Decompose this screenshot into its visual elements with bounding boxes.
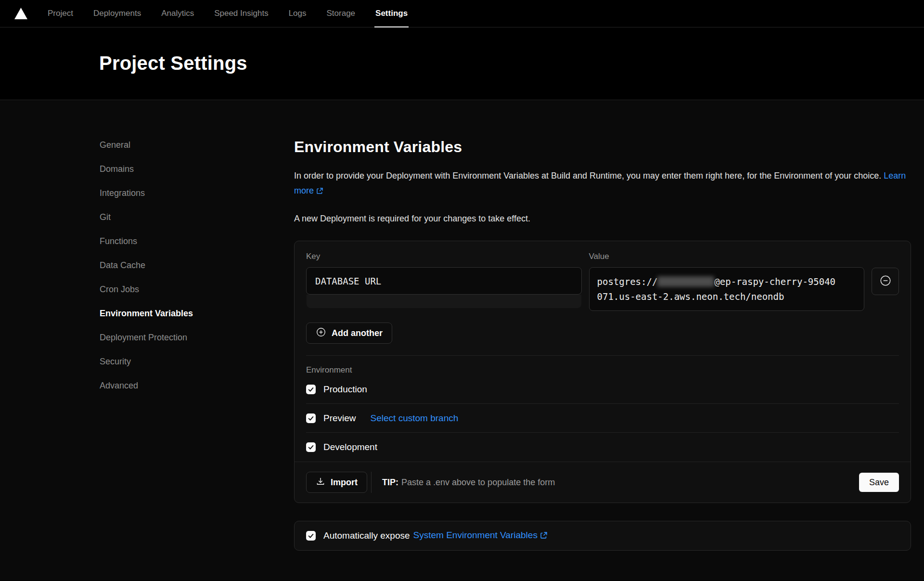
environment-section: Environment Production Preview Select cu… bbox=[306, 355, 899, 462]
circle-plus-icon bbox=[316, 327, 326, 340]
section-heading: Environment Variables bbox=[294, 138, 911, 156]
redeploy-note: A new Deployment is required for your ch… bbox=[294, 214, 911, 224]
preview-checkbox[interactable] bbox=[306, 413, 316, 423]
sidebar-item-environment-variables[interactable]: Environment Variables bbox=[100, 301, 294, 325]
auto-expose-text: Automatically expose bbox=[323, 530, 410, 541]
key-label: Key bbox=[306, 252, 582, 261]
nav-item-storage[interactable]: Storage bbox=[327, 0, 356, 27]
redacted-credentials bbox=[657, 276, 714, 287]
auto-expose-checkbox[interactable] bbox=[306, 531, 316, 541]
save-button[interactable]: Save bbox=[859, 473, 899, 492]
value-text: 071.us-east-2.aws.neon.tech/neondb bbox=[597, 291, 784, 302]
nav-item-logs[interactable]: Logs bbox=[289, 0, 307, 27]
env-row-label: Production bbox=[323, 384, 367, 395]
sidebar-item-cron-jobs[interactable]: Cron Jobs bbox=[100, 277, 294, 301]
sidebar-item-general[interactable]: General bbox=[100, 133, 294, 157]
nav-item-settings[interactable]: Settings bbox=[375, 0, 408, 27]
sidebar-item-security[interactable]: Security bbox=[100, 349, 294, 374]
sidebar-item-git[interactable]: Git bbox=[100, 205, 294, 229]
value-input[interactable]: postgres://@ep-raspy-cherry-95040071.us-… bbox=[589, 267, 865, 311]
nav-item-project[interactable]: Project bbox=[48, 0, 73, 27]
import-label: Import bbox=[331, 478, 358, 488]
sidebar-item-integrations[interactable]: Integrations bbox=[100, 181, 294, 205]
select-custom-branch-link[interactable]: Select custom branch bbox=[371, 413, 459, 424]
sidebar-item-advanced[interactable]: Advanced bbox=[100, 374, 294, 398]
env-row-development: Development bbox=[306, 433, 899, 462]
production-checkbox[interactable] bbox=[306, 385, 316, 394]
vercel-logo-icon[interactable] bbox=[14, 8, 27, 19]
system-env-vars-link[interactable]: System Environment Variables bbox=[413, 530, 548, 542]
sidebar-item-functions[interactable]: Functions bbox=[100, 229, 294, 253]
add-another-label: Add another bbox=[332, 328, 383, 338]
section-description: In order to provide your Deployment with… bbox=[294, 168, 911, 199]
download-icon bbox=[316, 477, 325, 489]
env-var-form-card: Key Value postgres://@ep-raspy-cherry-95… bbox=[294, 241, 911, 503]
content-area: General Domains Integrations Git Functio… bbox=[0, 100, 924, 581]
settings-sidebar: General Domains Integrations Git Functio… bbox=[0, 100, 294, 581]
main-panel: Environment Variables In order to provid… bbox=[294, 100, 911, 581]
environment-label: Environment bbox=[306, 365, 899, 375]
auto-expose-card: Automatically expose System Environment … bbox=[294, 521, 911, 551]
value-text: postgres:// bbox=[597, 276, 658, 287]
nav-item-speed-insights[interactable]: Speed Insights bbox=[214, 0, 268, 27]
sidebar-item-domains[interactable]: Domains bbox=[100, 157, 294, 181]
sidebar-item-deployment-protection[interactable]: Deployment Protection bbox=[100, 325, 294, 349]
key-input-dropdown-stub bbox=[307, 295, 581, 308]
env-row-label: Preview bbox=[323, 413, 356, 424]
external-link-icon bbox=[540, 531, 548, 542]
tip-text: TIP:Paste a .env above to populate the f… bbox=[382, 478, 555, 488]
nav-item-deployments[interactable]: Deployments bbox=[93, 0, 141, 27]
top-nav: Project Deployments Analytics Speed Insi… bbox=[0, 0, 924, 27]
value-label: Value bbox=[589, 252, 865, 261]
env-row-label: Development bbox=[323, 442, 377, 452]
import-button[interactable]: Import bbox=[306, 472, 367, 493]
description-text: In order to provide your Deployment with… bbox=[294, 171, 881, 181]
page-title: Project Settings bbox=[0, 27, 924, 74]
add-another-button[interactable]: Add another bbox=[306, 323, 392, 344]
nav-item-analytics[interactable]: Analytics bbox=[161, 0, 194, 27]
remove-row-button[interactable] bbox=[872, 268, 899, 295]
circle-minus-icon bbox=[879, 274, 892, 288]
external-link-icon bbox=[316, 184, 323, 199]
development-checkbox[interactable] bbox=[306, 442, 316, 452]
value-text: @ep-raspy-cherry-95040 bbox=[714, 276, 835, 287]
footer-divider bbox=[371, 472, 372, 493]
sidebar-item-data-cache[interactable]: Data Cache bbox=[100, 253, 294, 277]
key-input[interactable] bbox=[306, 267, 582, 295]
env-row-preview: Preview Select custom branch bbox=[306, 404, 899, 433]
env-row-production: Production bbox=[306, 375, 899, 404]
page-header: Project Settings bbox=[0, 27, 924, 100]
form-footer: Import TIP:Paste a .env above to populat… bbox=[295, 462, 911, 503]
